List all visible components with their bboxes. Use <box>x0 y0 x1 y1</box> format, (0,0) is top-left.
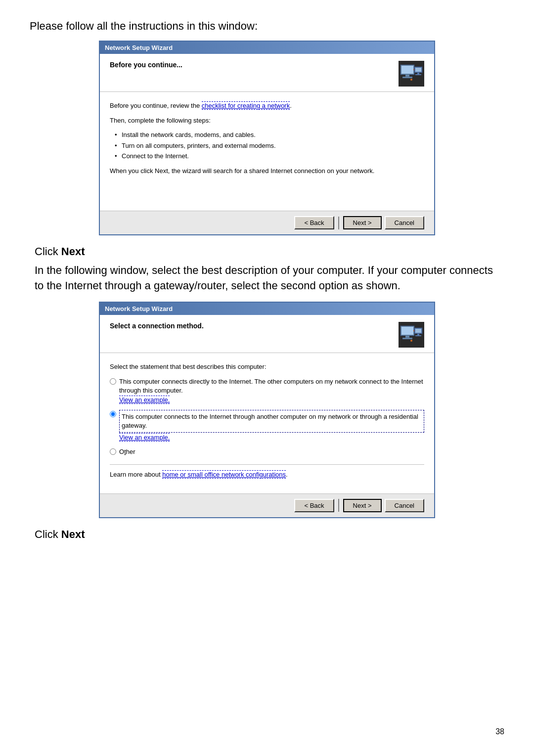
wizard2-radio-3[interactable] <box>110 448 116 455</box>
svg-rect-2 <box>405 75 409 77</box>
svg-point-19 <box>410 340 412 342</box>
wizard2-option2-link[interactable]: View an example. <box>119 433 170 442</box>
svg-rect-16 <box>417 334 419 335</box>
wizard2-btn-separator <box>338 499 339 512</box>
svg-rect-6 <box>417 73 419 74</box>
svg-rect-3 <box>402 77 412 78</box>
svg-rect-7 <box>415 74 421 75</box>
page-number: 38 <box>495 727 504 736</box>
click-next-label-2: Click <box>35 528 61 540</box>
click-next-bold-2: Next <box>61 528 85 540</box>
wizard-title-1: Network Setup Wizard <box>105 44 173 51</box>
wizard2-back-button[interactable]: < Back <box>294 499 334 512</box>
wizard2-footer-text2: . <box>286 471 288 478</box>
wizard-titlebar-1: Network Setup Wizard <box>100 42 434 54</box>
wizard-body-intro: Before you continue, review the <box>110 102 202 109</box>
svg-point-9 <box>410 79 412 81</box>
wizard2-option3-text: Other <box>119 447 424 456</box>
wizard2-separator <box>110 464 424 465</box>
wizard2-option3-content: Other <box>119 447 424 456</box>
svg-rect-15 <box>415 329 421 333</box>
svg-rect-1 <box>401 66 413 74</box>
wizard2-option-1: This computer connects directly to the I… <box>110 377 424 405</box>
network-wizard-icon-2 <box>399 322 424 348</box>
svg-rect-5 <box>415 68 421 72</box>
wizard-header-1: Before you continue... <box>100 54 434 92</box>
wizard-body-intro2: . <box>290 102 292 109</box>
wizard-body-2: Select the statement that best describes… <box>100 353 434 493</box>
wizard2-cancel-button[interactable]: Cancel <box>385 499 424 512</box>
wizard2-option-3: Other <box>110 447 424 456</box>
network-wizard-icon-1 <box>399 61 424 87</box>
page-instruction-header: Please follow all the instructions in th… <box>30 20 504 33</box>
wizard2-radio-1[interactable] <box>110 378 116 385</box>
wizard2-body-intro: Select the statement that best describes… <box>110 362 424 372</box>
wizard2-option1-link[interactable]: View an example. <box>119 396 170 404</box>
svg-rect-13 <box>402 338 412 339</box>
wizard2-next-button[interactable]: Next > <box>343 499 382 512</box>
wizard2-footer-text-block: Learn more about home or small office ne… <box>110 470 424 480</box>
checklist-link[interactable]: checklist for creating a network <box>202 101 290 110</box>
wizard2-option2-content: This computer connects to the Internet t… <box>119 410 424 443</box>
wizard2-option-2: This computer connects to the Internet t… <box>110 410 424 443</box>
wizard1-next-button[interactable]: Next > <box>343 216 382 229</box>
click-next-bold-1: Next <box>61 245 85 258</box>
wizard-body-1: Before you continue, review the checklis… <box>100 92 434 211</box>
wizard2-option3-label: O <box>119 448 124 455</box>
wizard-step-1: Install the network cards, modems, and c… <box>115 130 424 140</box>
wizard2-option1-text: This computer connects directly to the I… <box>119 377 424 395</box>
wizard-step-3: Connect to the Internet. <box>115 151 424 161</box>
wizard2-footer-link[interactable]: home or small office network configurati… <box>162 470 286 479</box>
wizard-header-title-2: Select a connection method. <box>110 322 204 330</box>
wizard-footer-2: < Back Next > Cancel <box>100 493 434 517</box>
wizard2-option3-other: her <box>126 448 135 455</box>
wizard2-option1-content: This computer connects directly to the I… <box>119 377 424 405</box>
wizard-step-2: Turn on all computers, printers, and ext… <box>115 141 424 151</box>
wizard-header-title-text-2: Select a connection method. <box>110 322 204 330</box>
wizard2-radio-2[interactable] <box>110 411 116 417</box>
wizard-window-1: Network Setup Wizard Before you continue… <box>99 41 435 235</box>
wizard1-cancel-button[interactable]: Cancel <box>385 216 424 229</box>
wizard-title-2: Network Setup Wizard <box>105 305 173 312</box>
wizard-body-steps-intro: Then, complete the following steps: <box>110 116 424 126</box>
click-next-label-1: Click <box>35 245 61 258</box>
svg-rect-12 <box>405 336 409 338</box>
wizard-header-title-1: Before you continue... <box>110 61 182 69</box>
click-next-section-2: Click Next <box>35 528 504 541</box>
wizard2-footer-text: Learn more about <box>110 471 162 478</box>
wizard-header-title-text-1: Before you continue... <box>110 61 182 69</box>
wizard-body-note: When you click Next, the wizard will sea… <box>110 166 424 176</box>
wizard-header-2: Select a connection method. <box>100 315 434 353</box>
wizard1-back-button[interactable]: < Back <box>294 216 334 229</box>
wizard-window-2: Network Setup Wizard Select a connection… <box>99 302 435 518</box>
wizard-body-para-1: Before you continue, review the checklis… <box>110 101 424 111</box>
wizard-steps-list: Install the network cards, modems, and c… <box>115 130 424 161</box>
click-next-section-1: Click Next <box>35 245 504 258</box>
wizard-footer-1: < Back Next > Cancel <box>100 211 434 234</box>
wizard-titlebar-2: Network Setup Wizard <box>100 303 434 315</box>
wizard2-option2-box: This computer connects to the Internet t… <box>119 410 424 433</box>
svg-rect-17 <box>415 335 421 336</box>
svg-rect-11 <box>401 327 413 335</box>
wizard1-btn-separator <box>338 217 339 229</box>
wizard2-option2-text: This computer connects to the Internet t… <box>122 412 422 430</box>
middle-description: In the following window, select the best… <box>35 263 504 294</box>
